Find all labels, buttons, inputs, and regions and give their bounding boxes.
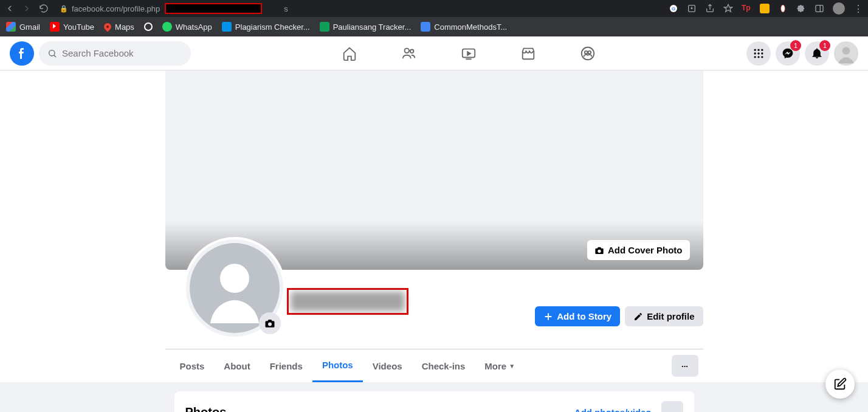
svg-point-19 bbox=[757, 52, 759, 54]
chrome-profile-icon[interactable] bbox=[833, 2, 845, 15]
forward-button[interactable] bbox=[22, 4, 32, 13]
globe-icon bbox=[144, 22, 153, 31]
google-icon[interactable]: G bbox=[669, 4, 678, 13]
tab-posts[interactable]: Posts bbox=[170, 349, 215, 382]
pencil-icon bbox=[633, 312, 643, 321]
svg-point-25 bbox=[842, 47, 850, 55]
svg-point-15 bbox=[754, 49, 756, 50]
lock-icon: 🔒 bbox=[60, 5, 68, 13]
sheets-icon bbox=[320, 22, 329, 32]
svg-point-22 bbox=[757, 56, 759, 58]
notifications-button[interactable]: 1 bbox=[805, 41, 829, 66]
facebook-header: 1 1 bbox=[0, 36, 868, 70]
camera-icon bbox=[594, 245, 604, 255]
bookmark-label: CommonMethodsT... bbox=[434, 22, 507, 32]
svg-point-14 bbox=[588, 50, 591, 53]
edit-icon bbox=[833, 377, 847, 391]
bookmark-maps[interactable]: Maps bbox=[104, 22, 134, 32]
tab-photos[interactable]: Photos bbox=[312, 349, 363, 382]
svg-point-9 bbox=[410, 49, 414, 53]
groups-nav-icon[interactable] bbox=[579, 45, 596, 62]
tab-videos[interactable]: Videos bbox=[363, 349, 412, 382]
add-cover-photo-button[interactable]: Add Cover Photo bbox=[587, 240, 690, 260]
ext2-icon[interactable] bbox=[760, 4, 770, 13]
search-box[interactable] bbox=[39, 41, 191, 66]
bookmark-label: Gmail bbox=[19, 22, 40, 32]
add-photos-link[interactable]: Add photos/video bbox=[574, 407, 652, 413]
share-icon[interactable] bbox=[705, 4, 715, 13]
tab-friends[interactable]: Friends bbox=[260, 349, 312, 382]
svg-point-12 bbox=[582, 47, 594, 59]
bookmark-docs[interactable]: CommonMethodsT... bbox=[421, 22, 507, 32]
ext1-icon[interactable]: Tp bbox=[742, 4, 751, 13]
marketplace-nav-icon[interactable] bbox=[520, 45, 537, 62]
svg-point-17 bbox=[761, 49, 763, 50]
search-input[interactable] bbox=[62, 48, 182, 58]
gmail-icon bbox=[6, 22, 16, 32]
svg-point-8 bbox=[405, 48, 409, 52]
bookmark-youtube[interactable]: YouTube bbox=[50, 22, 94, 32]
tab-about[interactable]: About bbox=[214, 349, 260, 382]
friends-nav-icon[interactable] bbox=[401, 45, 418, 62]
svg-point-16 bbox=[757, 49, 759, 50]
extensions-icon[interactable] bbox=[796, 4, 806, 13]
profile-avatar[interactable] bbox=[184, 237, 286, 339]
url-redacted bbox=[165, 3, 262, 14]
profile-more-button[interactable]: ··· bbox=[672, 355, 698, 377]
notifications-badge: 1 bbox=[819, 40, 830, 51]
tab-checkins[interactable]: Check-ins bbox=[412, 349, 475, 382]
docs-icon bbox=[421, 22, 430, 32]
chrome-menu-icon[interactable]: ⋮ bbox=[853, 3, 863, 15]
sidepanel-icon[interactable] bbox=[815, 4, 824, 13]
search-icon bbox=[47, 49, 57, 58]
bookmark-label: YouTube bbox=[63, 22, 94, 32]
chevron-down-icon: ▼ bbox=[509, 363, 515, 369]
bookmark-globe[interactable] bbox=[144, 22, 153, 31]
bookmark-whatsapp[interactable]: WhatsApp bbox=[162, 22, 212, 32]
svg-point-13 bbox=[585, 50, 588, 53]
app-icon bbox=[222, 22, 232, 32]
maps-icon bbox=[103, 22, 113, 32]
messenger-button[interactable]: 1 bbox=[776, 41, 800, 66]
svg-rect-4 bbox=[816, 5, 823, 12]
browser-address-bar: 🔒 facebook.com/profile.php s G Tp ⋮ bbox=[0, 0, 868, 17]
bookmark-label: Pauliansang Tracker... bbox=[333, 22, 412, 32]
account-avatar[interactable] bbox=[834, 41, 858, 66]
url-input[interactable]: 🔒 facebook.com/profile.php s bbox=[60, 3, 288, 14]
svg-point-21 bbox=[754, 56, 756, 58]
edit-profile-button[interactable]: Edit profile bbox=[625, 306, 703, 326]
home-nav-icon[interactable] bbox=[341, 45, 358, 62]
add-to-story-button[interactable]: Add to Story bbox=[535, 306, 620, 326]
bookmark-label: WhatsApp bbox=[176, 22, 212, 32]
bookmark-label: Maps bbox=[115, 22, 134, 32]
back-button[interactable] bbox=[5, 4, 15, 13]
messenger-badge: 1 bbox=[790, 40, 801, 51]
whatsapp-icon bbox=[162, 22, 172, 32]
tab-more[interactable]: More▼ bbox=[475, 349, 525, 382]
svg-point-3 bbox=[781, 5, 785, 12]
svg-point-20 bbox=[761, 52, 763, 54]
menu-grid-button[interactable] bbox=[746, 41, 771, 66]
bookmarks-bar: Gmail YouTube Maps WhatsApp Plagiarism C… bbox=[0, 17, 868, 36]
svg-point-6 bbox=[49, 50, 55, 55]
photos-more-button[interactable]: ··· bbox=[661, 401, 683, 412]
facebook-logo[interactable] bbox=[10, 41, 34, 66]
ext3-icon[interactable] bbox=[778, 4, 788, 13]
bookmark-gmail[interactable]: Gmail bbox=[6, 22, 40, 32]
button-label: Edit profile bbox=[647, 311, 694, 321]
url-suffix: s bbox=[284, 4, 288, 13]
url-text: facebook.com/profile.php bbox=[72, 4, 160, 13]
star-icon[interactable] bbox=[723, 4, 733, 13]
bookmark-tracker[interactable]: Pauliansang Tracker... bbox=[320, 22, 412, 32]
watch-nav-icon[interactable] bbox=[460, 45, 477, 62]
svg-point-26 bbox=[220, 264, 249, 293]
compose-fab[interactable] bbox=[825, 369, 855, 399]
svg-text:G: G bbox=[672, 6, 675, 12]
bookmark-plagiarism[interactable]: Plagiarism Checker... bbox=[222, 22, 310, 32]
reload-button[interactable] bbox=[39, 4, 49, 13]
camera-icon bbox=[264, 318, 275, 329]
install-icon[interactable] bbox=[687, 4, 697, 13]
plus-icon bbox=[543, 312, 553, 321]
photos-title: Photos bbox=[185, 405, 227, 413]
svg-line-7 bbox=[54, 55, 56, 57]
